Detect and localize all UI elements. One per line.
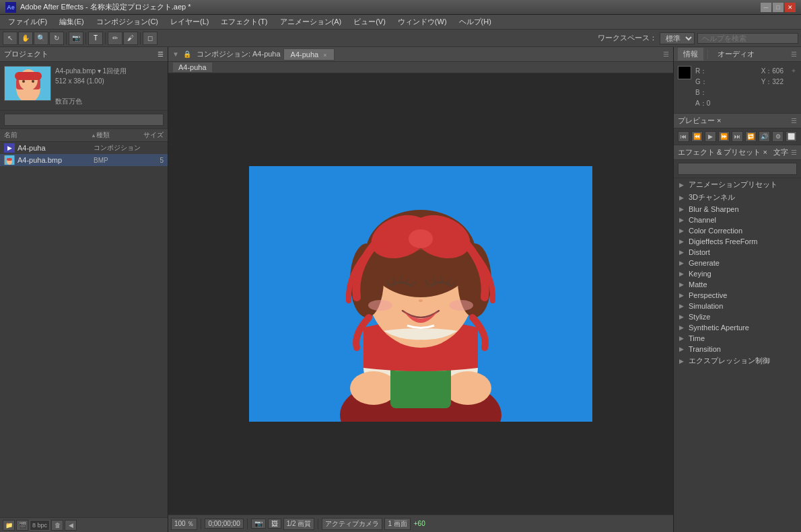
- new-comp-button[interactable]: 🎬: [16, 520, 28, 531]
- snapshot-btn[interactable]: 📷: [251, 519, 266, 529]
- composition-viewport[interactable]: [168, 73, 673, 515]
- project-list-header: 名前 ▲ 種類 サイズ: [0, 129, 168, 142]
- preview-prev-btn[interactable]: ⏪: [691, 131, 703, 142]
- effect-keying[interactable]: ▶ Keying: [674, 268, 801, 279]
- effect-blur-sharpen[interactable]: ▶ Blur & Sharpen: [674, 204, 801, 215]
- effect-label: Matte: [689, 280, 796, 289]
- expand-icon: ▶: [679, 206, 686, 213]
- project-item-bmp[interactable]: A4-puha.bmp BMP 5: [0, 154, 168, 166]
- menu-layer[interactable]: レイヤー(L): [165, 15, 214, 28]
- info-panel-header: 情報 オーディオ ☰: [674, 47, 801, 62]
- zoom-control[interactable]: 100 ％: [171, 518, 197, 530]
- effects-tab-text[interactable]: 文字: [773, 147, 788, 157]
- view-select[interactable]: 1 画面: [384, 518, 410, 530]
- effect-channel[interactable]: ▶ Channel: [674, 215, 801, 225]
- effects-menu[interactable]: ☰: [791, 149, 797, 156]
- effect-generate[interactable]: ▶ Generate: [674, 258, 801, 268]
- minimize-button[interactable]: ─: [761, 3, 771, 12]
- svg-point-27: [449, 300, 473, 311]
- maximize-button[interactable]: □: [773, 3, 783, 12]
- effect-3d-channel[interactable]: ▶ 3Dチャンネル: [674, 191, 801, 204]
- effects-search-input[interactable]: [678, 163, 797, 175]
- preview-menu[interactable]: ☰: [791, 117, 797, 124]
- expand-icon: ▶: [679, 303, 686, 309]
- svg-point-5: [22, 80, 25, 83]
- project-item-comp[interactable]: ▶ A4-puha コンポジション: [0, 142, 168, 154]
- tool-rotate[interactable]: ↻: [49, 32, 64, 45]
- tool-pen[interactable]: ✏: [108, 32, 123, 45]
- effect-synthetic-aperture[interactable]: ▶ Synthetic Aperture: [674, 322, 801, 333]
- thumb-color: 数百万色: [55, 96, 127, 106]
- comp-tab-close[interactable]: ×: [323, 52, 326, 59]
- preview-next-btn[interactable]: ⏩: [718, 131, 730, 142]
- preview-header: プレビュー × ☰: [674, 114, 801, 128]
- preview-loop-btn[interactable]: 🔁: [745, 131, 757, 142]
- preview-frame-btn[interactable]: ⬜: [786, 131, 797, 142]
- tool-select[interactable]: ↖: [3, 32, 18, 45]
- expand-icon: ▶: [679, 249, 686, 256]
- bit-depth-badge[interactable]: 8 bpc: [30, 520, 50, 531]
- app-logo: Ae: [5, 2, 16, 13]
- show-snap-btn[interactable]: 🖼: [268, 519, 281, 529]
- effect-perspective[interactable]: ▶ Perspective: [674, 290, 801, 301]
- preview-first-btn[interactable]: ⏮: [678, 131, 689, 142]
- preview-last-btn[interactable]: ⏭: [732, 131, 743, 142]
- effect-transition[interactable]: ▶ Transition: [674, 344, 801, 354]
- effect-animation-presets[interactable]: ▶ アニメーションプリセット: [674, 178, 801, 191]
- sep4: [140, 32, 141, 44]
- svg-point-26: [368, 300, 392, 311]
- tool-brush[interactable]: 🖌: [123, 32, 138, 45]
- menu-effect[interactable]: エフェクト(T): [215, 15, 273, 28]
- effect-distort[interactable]: ▶ Distort: [674, 247, 801, 258]
- comp-panel-menu[interactable]: ☰: [663, 50, 669, 58]
- help-search-input[interactable]: [697, 33, 798, 44]
- tool-camera[interactable]: 📷: [69, 32, 83, 45]
- menu-edit[interactable]: 編集(E): [54, 15, 90, 28]
- close-button[interactable]: ✕: [785, 3, 796, 12]
- preview-settings-btn[interactable]: ⚙: [772, 131, 783, 142]
- effect-expression-ctrl[interactable]: ▶ エクスプレッション制御: [674, 354, 801, 367]
- delete-button[interactable]: 🗑: [51, 520, 63, 531]
- menu-composition[interactable]: コンポジション(C): [91, 15, 164, 28]
- new-folder-button[interactable]: 📁: [3, 520, 15, 531]
- svg-rect-9: [7, 158, 12, 161]
- tool-hand[interactable]: ✋: [18, 32, 33, 45]
- effect-stylize[interactable]: ▶ Stylize: [674, 311, 801, 322]
- main-area: プロジェクト ☰ A4-puha.bmp ▾ 1回使用 512 x 384: [0, 47, 801, 532]
- menu-file[interactable]: ファイル(F): [3, 15, 53, 28]
- project-panel-header: プロジェクト ☰: [0, 47, 168, 62]
- effect-simulation[interactable]: ▶ Simulation: [674, 301, 801, 311]
- timecode-display[interactable]: 0;00;00;00: [205, 519, 243, 529]
- menu-view[interactable]: ビュー(V): [348, 15, 391, 28]
- project-search-input[interactable]: [4, 114, 164, 126]
- camera-select[interactable]: アクティブカメラ: [322, 518, 382, 530]
- preview-audio-btn[interactable]: 🔊: [759, 131, 770, 142]
- project-thumb-image: [4, 66, 51, 101]
- effect-digieffects[interactable]: ▶ Digieffects FreeForm: [674, 236, 801, 247]
- preview-play-btn[interactable]: ▶: [705, 131, 716, 142]
- comp-content-tab[interactable]: A4-puha: [172, 62, 213, 73]
- tool-text[interactable]: T: [88, 32, 103, 45]
- info-tab[interactable]: 情報: [678, 48, 703, 61]
- right-panel: 情報 オーディオ ☰ R： G： B： A：0 X：606 Y：322 ＋: [673, 47, 801, 532]
- bmp-thumb: [5, 155, 14, 165]
- menu-help[interactable]: ヘルプ(H): [454, 15, 497, 28]
- quality-select[interactable]: 1/2 画質: [283, 518, 315, 530]
- effect-time[interactable]: ▶ Time: [674, 333, 801, 344]
- effect-color-correction[interactable]: ▶ Color Correction: [674, 225, 801, 236]
- audio-tab[interactable]: オーディオ: [712, 48, 760, 61]
- menu-animation[interactable]: アニメーション(A): [275, 15, 347, 28]
- info-section: 情報 オーディオ ☰ R： G： B： A：0 X：606 Y：322 ＋: [674, 47, 801, 114]
- workspace-label: ワークスペース：: [598, 33, 657, 43]
- workspace-select[interactable]: 標準: [660, 32, 695, 44]
- effects-title: エフェクト & プリセット ×: [678, 147, 767, 157]
- tool-shape[interactable]: ◻: [143, 32, 158, 45]
- comp-tab[interactable]: A4-puha ×: [283, 48, 335, 61]
- effect-matte[interactable]: ▶ Matte: [674, 279, 801, 290]
- arrow-left-button[interactable]: ◀: [65, 520, 77, 531]
- expand-icon: ▶: [679, 335, 686, 342]
- project-panel-menu[interactable]: ☰: [158, 50, 164, 58]
- menu-window[interactable]: ウィンドウ(W): [392, 15, 452, 28]
- info-panel-menu[interactable]: ☰: [791, 50, 797, 58]
- tool-zoom[interactable]: 🔍: [34, 32, 48, 45]
